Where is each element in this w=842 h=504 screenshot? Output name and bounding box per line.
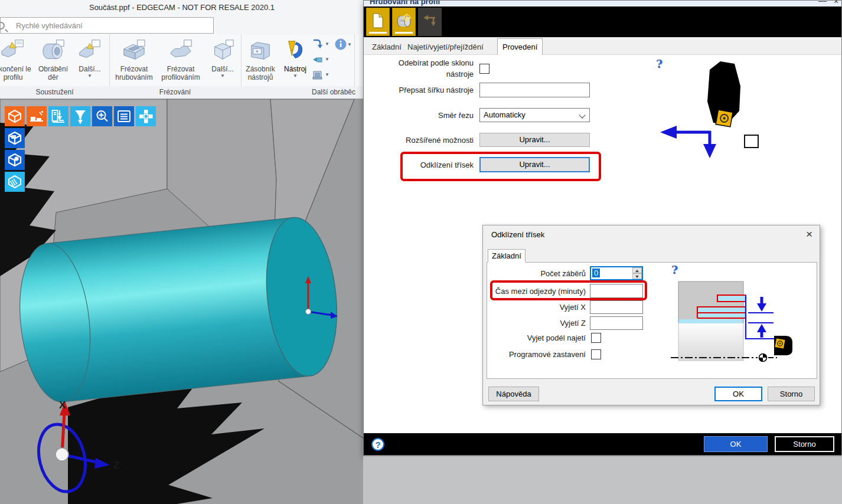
axis-label-z: Z: [113, 460, 119, 471]
dialog-toolbar: [364, 6, 841, 37]
minimize-icon[interactable]: —: [818, 1, 827, 5]
ribbon-button-profile-milling[interactable]: Frézovat profilováním: [158, 35, 203, 86]
toolholder-icon[interactable]: [70, 106, 90, 126]
label-tool-width: Přepsat šířku nástroje: [364, 86, 474, 94]
section-view-icon[interactable]: [5, 172, 25, 192]
chevron-down-icon: ▼: [279, 73, 312, 79]
label-retract-along: Vyjet podél najetí: [487, 333, 586, 342]
chip-clearance-diagram: [670, 266, 817, 378]
ribbon-button-tool-magazine[interactable]: Zásobník nástrojů: [243, 35, 278, 86]
zoom-extents-icon[interactable]: [92, 106, 112, 126]
chevron-down-icon: ▼: [325, 57, 329, 62]
viewport-3d[interactable]: X Z: [0, 99, 364, 504]
advanced-options-edit-button[interactable]: Upravit...: [479, 133, 590, 147]
tool-icon: [279, 35, 312, 65]
tab-provedeni[interactable]: Provedení: [497, 38, 543, 55]
search-input[interactable]: [16, 19, 205, 32]
subdialog-ok-button[interactable]: OK: [714, 387, 762, 401]
dialog-title: Hrubování na profil: [370, 1, 440, 6]
stock-cylinder[interactable]: [12, 214, 344, 406]
dialog-footer: ? OK Storno: [364, 433, 841, 456]
insert-icon: [716, 110, 733, 127]
close-icon[interactable]: ×: [834, 1, 838, 6]
subdialog-storno-button[interactable]: Storno: [768, 387, 815, 401]
tool-magazine-icon: [243, 35, 278, 65]
new-document-button[interactable]: [366, 8, 390, 36]
simulate-machine-button[interactable]: ▼: [312, 67, 329, 82]
exit-x-input[interactable]: [590, 300, 643, 314]
chevron-down-icon: [579, 112, 585, 118]
help-icon[interactable]: ?: [371, 438, 384, 451]
ribbon-button-more-turning[interactable]: Další... ▼: [73, 35, 106, 86]
chevron-down-icon: ▼: [347, 42, 352, 47]
tab-najeti-vyjeti[interactable]: Najetí/vyjetí/přejíždění: [403, 40, 488, 55]
more-turning-icon: [73, 35, 106, 65]
label-exit-x: Vyjetí X: [487, 303, 586, 312]
retract-move-button[interactable]: ▼: [312, 52, 329, 67]
shaded-view-icon[interactable]: [5, 128, 25, 148]
ribbon-button-rough-milling[interactable]: Frézovat hrubováním: [112, 35, 156, 86]
passes-spinner[interactable]: 0: [590, 266, 643, 280]
dialog-tab-strip: Základní Najetí/vyjetí/přejíždění Proved…: [364, 37, 841, 55]
feed-move-icon: [312, 38, 324, 50]
dialog-titlebar[interactable]: Hrubování na profil — ×: [364, 1, 841, 6]
quick-search[interactable]: [0, 17, 214, 34]
simulate-machine-icon: [312, 69, 324, 81]
spin-up-icon[interactable]: [632, 267, 642, 273]
feed-move-button[interactable]: ▼: [312, 37, 329, 51]
label-advanced-options: Rozšířené možnosti: [364, 136, 474, 145]
return-button[interactable]: [418, 8, 442, 36]
feature-list-icon[interactable]: [114, 106, 134, 126]
dialog-ok-button[interactable]: OK: [704, 436, 768, 452]
subdialog-panel: Počet záběrů 0 Čas mezi odjezdy (minuty)…: [487, 262, 817, 379]
edgecam-app: Součást.ppf - EDGECAM - NOT FOR RESALE 2…: [0, 0, 842, 504]
finish-profile-icon: [0, 35, 34, 65]
stock-cube-icon[interactable]: [5, 106, 25, 126]
reference-square: [745, 135, 758, 148]
label-program-stop: Programové zastavení: [487, 350, 586, 359]
dialog-odklizeni-trisek: Odklízení třísek × Základní Počet záběrů…: [482, 225, 820, 405]
subdialog-tab-zakladni[interactable]: Základní: [488, 249, 526, 263]
info-icon: [334, 38, 347, 51]
tool-orientation-graphic: [651, 57, 772, 163]
dialog-storno-button[interactable]: Storno: [775, 436, 834, 452]
hole-machining-icon: [34, 35, 72, 65]
centerline-symbol: [759, 354, 767, 362]
subdialog-help-button[interactable]: Nápověda: [488, 387, 539, 401]
dialog-content: Odebírat podle sklonu nástroje Přepsat š…: [364, 55, 842, 433]
desktop-area: [363, 456, 842, 504]
tab-zakladni[interactable]: Základní: [367, 40, 406, 55]
ribbon-button-tool[interactable]: Nástroj ▼: [279, 35, 312, 86]
machining-sequence-icon[interactable]: [27, 106, 47, 126]
select-stock-button[interactable]: [392, 8, 416, 36]
subdialog-title: Odklízení třísek: [491, 230, 544, 239]
annotation-red-box-time: [490, 280, 647, 300]
ribbon-groupbar: Soustružení Frézování Další obráběc: [0, 86, 364, 99]
ribbon-button-finish-profile[interactable]: okončení le profilu: [0, 35, 34, 86]
retract-along-checkbox[interactable]: [591, 333, 601, 343]
label-cut-direction: Směr řezu: [364, 111, 474, 120]
program-stop-checkbox[interactable]: [591, 349, 601, 359]
window-title: Součást.ppf - EDGECAM - NOT FOR RESALE 2…: [89, 3, 275, 12]
exit-z-input[interactable]: [590, 316, 643, 330]
ribbon: okončení le profilu Obrábění děr Další..…: [0, 34, 364, 86]
chevron-down-icon: ▼: [325, 72, 329, 77]
cut-direction-select[interactable]: Automaticky: [479, 108, 590, 122]
window-titlebar: Součást.ppf - EDGECAM - NOT FOR RESALE 2…: [0, 0, 364, 15]
chevron-down-icon: ▼: [73, 73, 106, 79]
label-slope: Odebírat podle sklonu nástroje: [385, 57, 474, 80]
machine-setup-icon[interactable]: [48, 106, 68, 126]
slope-checkbox[interactable]: [479, 64, 489, 74]
chevron-down-icon: ▼: [325, 41, 329, 47]
stock-cylinder-icon: [396, 13, 412, 28]
info-button[interactable]: ▼: [334, 38, 352, 51]
tool-icon: [774, 336, 792, 355]
ribbon-button-hole-machining[interactable]: Obrábění děr: [34, 35, 72, 86]
ribbon-small-buttons: ▼ ▼ ▼: [312, 37, 329, 83]
stock-hole-view-icon[interactable]: [5, 150, 25, 170]
spin-down-icon[interactable]: [632, 273, 642, 279]
tool-width-input[interactable]: [479, 83, 590, 97]
close-icon[interactable]: ×: [806, 228, 812, 241]
ribbon-button-more-milling[interactable]: Další... ▼: [205, 35, 240, 86]
layout-grid-icon[interactable]: [136, 106, 156, 126]
